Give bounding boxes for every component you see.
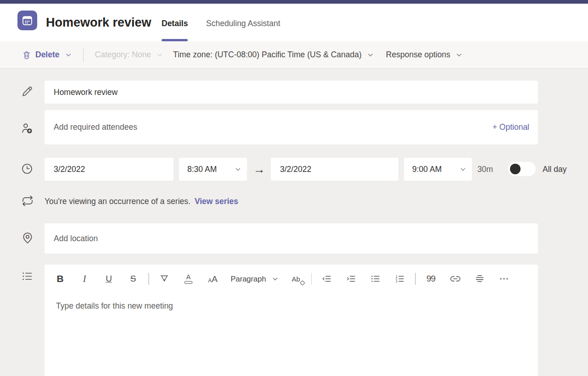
page-title: Homework review — [46, 4, 151, 41]
editor-toolbar-divider — [415, 273, 416, 285]
attendees-input[interactable] — [45, 110, 538, 144]
toolbar-divider — [83, 48, 84, 62]
agenda-list-icon — [21, 270, 34, 282]
editor-toolbar: B I U S A — [45, 265, 538, 293]
series-notice: You're viewing an occurrence of a series… — [45, 194, 238, 209]
outdent-icon — [321, 273, 332, 284]
datetime-row: 8:30 AM → 9:00 AM 30m All day — [0, 158, 588, 181]
trash-icon — [22, 50, 31, 60]
header: Homework review Details Scheduling Assis… — [0, 4, 588, 41]
more-options-button[interactable] — [495, 270, 513, 288]
timezone-label: Time zone: (UTC-08:00) Pacific Time (US … — [173, 50, 362, 60]
optional-link-label: + Optional — [493, 122, 529, 132]
chevron-down-icon — [367, 52, 374, 58]
repeat-icon — [21, 194, 34, 208]
toggle-knob — [510, 164, 521, 174]
paragraph-style-select[interactable]: Paragraph — [228, 270, 281, 288]
editor-toolbar-divider — [148, 273, 149, 285]
location-input[interactable] — [45, 223, 538, 254]
meeting-form: + Optional 8:30 AM → 9:00 AM — [0, 69, 588, 376]
numbered-list-icon: 1 2 3 — [394, 273, 405, 284]
view-series-link[interactable]: View series — [195, 197, 238, 206]
description-editor: B I U S A — [45, 265, 538, 376]
underline-button[interactable]: U — [100, 270, 118, 288]
clock-icon — [21, 162, 34, 175]
calendar-app-icon — [17, 11, 37, 30]
outdent-button[interactable] — [318, 270, 336, 288]
paragraph-label: Paragraph — [231, 275, 266, 283]
bullet-list-icon — [370, 273, 381, 284]
italic-button[interactable]: I — [75, 270, 94, 288]
indent-icon — [346, 273, 357, 284]
meeting-title-input[interactable] — [45, 81, 538, 104]
tab-scheduling-assistant[interactable]: Scheduling Assistant — [206, 4, 280, 41]
all-day-label: All day — [543, 158, 567, 181]
font-size-button[interactable]: AA — [204, 270, 222, 288]
map-pin-icon — [21, 231, 34, 244]
delete-button[interactable]: Delete — [22, 50, 72, 60]
numbered-list-button[interactable]: 1 2 3 — [391, 270, 409, 288]
add-optional-attendees-button[interactable]: + Optional — [493, 110, 537, 144]
meeting-editor-window: Homework review Details Scheduling Assis… — [0, 0, 588, 376]
end-time-select[interactable]: 9:00 AM — [404, 158, 472, 181]
svg-text:3: 3 — [396, 280, 398, 283]
category-dropdown[interactable]: Category: None — [95, 50, 163, 60]
chevron-down-icon — [272, 276, 278, 282]
font-color-button[interactable]: A — [179, 270, 198, 288]
end-time-value: 9:00 AM — [412, 165, 442, 174]
command-bar: Delete Category: None Time zone: (UTC-08… — [0, 41, 588, 69]
person-add-icon — [20, 122, 34, 135]
response-options-dropdown[interactable]: Response options — [386, 50, 462, 60]
category-label: Category: None — [95, 50, 151, 60]
window-top-bar — [0, 0, 588, 4]
chevron-down-icon — [65, 52, 72, 58]
delete-label: Delete — [35, 50, 60, 60]
arrow-right-icon: → — [252, 158, 267, 181]
tab-details[interactable]: Details — [162, 4, 188, 41]
clear-format-icon: Ab — [291, 276, 300, 282]
chevron-down-icon — [235, 166, 241, 172]
start-time-select[interactable]: 8:30 AM — [179, 158, 247, 181]
highlight-button[interactable] — [155, 270, 174, 288]
indent-button[interactable] — [342, 270, 360, 288]
clear-format-button[interactable]: Ab — [287, 270, 305, 288]
strikethrough-button[interactable]: S — [124, 270, 142, 288]
timezone-dropdown[interactable]: Time zone: (UTC-08:00) Pacific Time (US … — [173, 50, 374, 60]
description-input[interactable]: Type details for this new meeting — [45, 293, 538, 348]
all-day-toggle[interactable] — [508, 162, 536, 176]
link-icon — [449, 273, 461, 285]
editor-toolbar-divider — [311, 273, 312, 285]
horizontal-rule-button[interactable] — [470, 270, 489, 288]
chevron-down-icon — [157, 52, 163, 58]
pencil-icon — [21, 85, 34, 98]
response-options-label: Response options — [386, 50, 450, 60]
bold-button[interactable]: B — [51, 270, 69, 288]
insert-link-button[interactable] — [446, 270, 465, 288]
calendar-icon — [21, 14, 34, 27]
chevron-down-icon — [456, 52, 462, 58]
start-date-input[interactable] — [45, 158, 174, 181]
end-date-input[interactable] — [271, 158, 398, 181]
horizontal-rule-icon — [474, 273, 486, 285]
chevron-down-icon — [460, 166, 466, 172]
font-size-icon: AA — [208, 275, 218, 283]
bullet-list-button[interactable] — [366, 270, 385, 288]
duration-label: 30m — [477, 158, 493, 181]
series-message: You're viewing an occurrence of a series… — [45, 197, 190, 206]
quote-button[interactable]: 99 — [422, 270, 440, 288]
highlighter-icon — [159, 273, 170, 284]
more-horizontal-icon — [498, 273, 510, 284]
start-time-value: 8:30 AM — [187, 165, 217, 174]
font-color-icon: A — [185, 274, 192, 284]
